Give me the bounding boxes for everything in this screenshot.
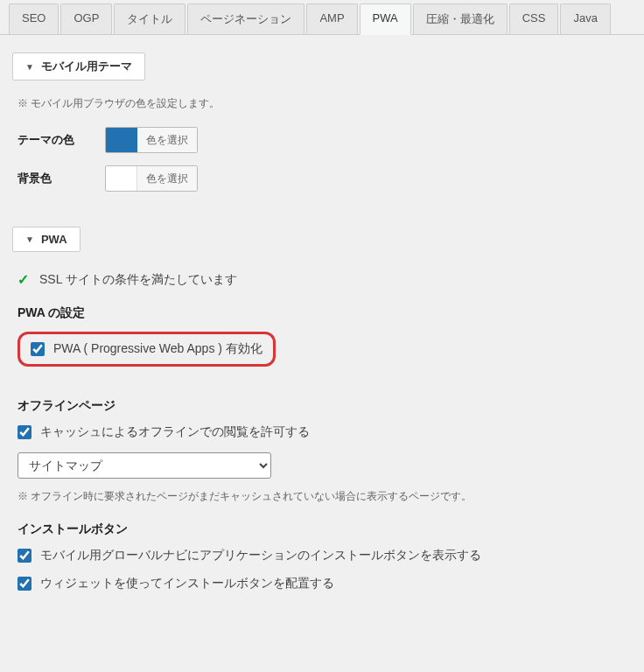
tab-java[interactable]: Java [560, 4, 610, 34]
offline-note: ※ オフライン時に要求されたページがまだキャッシュされていない場合に表示するペー… [18, 489, 626, 504]
theme-color-button[interactable]: 色を選択 [137, 128, 197, 152]
install-mobile-nav-label: モバイル用グローバルナビにアプリケーションのインストールボタンを表示する [40, 548, 481, 564]
tab-pwa[interactable]: PWA [360, 4, 411, 35]
mobile-theme-header[interactable]: ▼ モバイル用テーマ [12, 52, 145, 80]
pwa-header[interactable]: ▼ PWA [12, 227, 80, 252]
pwa-enable-label: PWA ( Progressive Web Apps ) 有効化 [53, 341, 262, 357]
mobile-theme-note: ※ モバイル用ブラウザの色を設定します。 [18, 96, 626, 111]
ssl-text: SSL サイトの条件を満たしています [39, 272, 237, 288]
install-mobile-nav-checkbox[interactable] [18, 549, 32, 563]
tab-ogp[interactable]: OGP [60, 4, 112, 34]
tab-compress[interactable]: 圧縮・最適化 [413, 4, 508, 34]
mobile-theme-title: モバイル用テーマ [41, 59, 132, 74]
install-widget-label: ウィジェットを使ってインストールボタンを配置する [40, 576, 334, 592]
offline-cache-checkbox[interactable] [18, 425, 32, 439]
bg-color-button[interactable]: 色を選択 [137, 166, 197, 191]
theme-color-picker[interactable]: 色を選択 [105, 127, 198, 153]
tab-title[interactable]: タイトル [114, 4, 186, 34]
collapse-icon: ▼ [25, 62, 34, 72]
bg-color-swatch [106, 166, 137, 191]
mobile-theme-section: ▼ モバイル用テーマ ※ モバイル用ブラウザの色を設定します。 テーマの色 色を… [12, 52, 632, 209]
theme-color-label: テーマの色 [18, 132, 105, 148]
tab-css[interactable]: CSS [509, 4, 559, 34]
tab-amp[interactable]: AMP [306, 4, 357, 34]
bg-color-picker[interactable]: 色を選択 [105, 165, 198, 192]
offline-cache-label: キャッシュによるオフラインでの閲覧を許可する [40, 424, 310, 440]
install-widget-checkbox[interactable] [18, 577, 32, 591]
theme-color-swatch [106, 128, 137, 152]
tabs-bar: SEO OGP タイトル ページネーション AMP PWA 圧縮・最適化 CSS… [0, 0, 644, 35]
pwa-section: ▼ PWA ✓ SSL サイトの条件を満たしています PWA の設定 PWA (… [12, 227, 632, 609]
bg-color-label: 背景色 [18, 171, 105, 186]
check-icon: ✓ [18, 271, 29, 288]
tab-pagination[interactable]: ページネーション [187, 4, 304, 34]
pwa-enable-checkbox[interactable] [31, 342, 45, 356]
ssl-status: ✓ SSL サイトの条件を満たしています [18, 271, 626, 288]
tab-seo[interactable]: SEO [9, 4, 59, 34]
pwa-settings-heading: PWA の設定 [18, 305, 626, 321]
pwa-enable-highlight: PWA ( Progressive Web Apps ) 有効化 [18, 332, 276, 367]
install-button-heading: インストールボタン [18, 522, 626, 537]
pwa-title: PWA [41, 233, 67, 246]
collapse-icon: ▼ [25, 234, 34, 244]
offline-page-select[interactable]: サイトマップ [18, 452, 271, 479]
offline-page-heading: オフラインページ [18, 398, 626, 414]
